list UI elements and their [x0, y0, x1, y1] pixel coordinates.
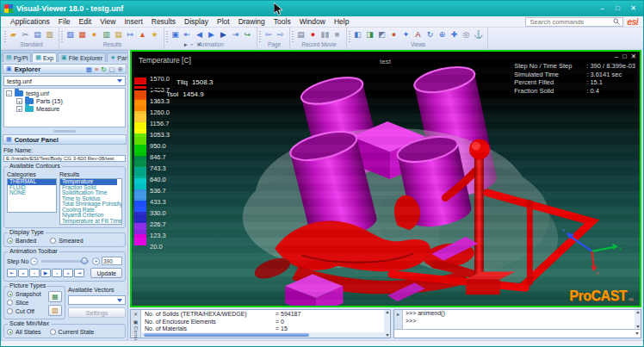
pin-panel-icon[interactable]: ▸: [184, 41, 188, 48]
slider-handle[interactable]: [81, 257, 88, 264]
stop-icon[interactable]: ■: [331, 29, 343, 40]
update-button[interactable]: Update: [90, 268, 122, 278]
category-item[interactable]: NONE: [8, 190, 56, 196]
step-back-button[interactable]: ‹: [29, 269, 40, 277]
menu-item[interactable]: Plot: [213, 17, 234, 26]
tab-part[interactable]: ★Part: [107, 53, 128, 62]
run-icon[interactable]: ▸: [397, 312, 399, 317]
prev-frame-icon[interactable]: ◀: [194, 29, 205, 40]
sort-icon[interactable]: ≡: [95, 65, 98, 73]
scroll-up-icon[interactable]: [636, 311, 640, 313]
globe-icon[interactable]: ●: [89, 29, 100, 40]
wizard-icon[interactable]: ★: [149, 29, 160, 40]
tab-file-explorer[interactable]: ▣File Explorer: [58, 53, 106, 62]
first-frame-icon[interactable]: ⇤: [182, 29, 193, 40]
step-slider[interactable]: [41, 260, 89, 263]
slice-tool-icon[interactable]: ▦: [48, 291, 62, 302]
viewport-close-icon[interactable]: ✕: [631, 53, 636, 60]
pause-icon[interactable]: ▮▮: [319, 29, 331, 40]
fast-rewind-button[interactable]: «: [18, 269, 28, 277]
cutoff-tool-icon[interactable]: ▧: [48, 305, 62, 316]
view-mode-icon[interactable]: ▦: [86, 65, 92, 73]
history-dropdown-icon[interactable]: [635, 332, 639, 335]
expander-icon[interactable]: +: [16, 98, 22, 104]
center-view-icon[interactable]: ⊕: [437, 29, 448, 40]
close-panel-icon[interactable]: ✕: [196, 41, 201, 48]
search-input[interactable]: [529, 17, 613, 27]
search-commands-box[interactable]: [525, 17, 623, 27]
python-console-scrollbar[interactable]: [635, 310, 641, 329]
maximize-button[interactable]: □: [611, 3, 624, 14]
layers-icon[interactable]: ▥: [101, 29, 112, 40]
zoom-area-icon[interactable]: ◎: [461, 29, 472, 40]
anchor-icon[interactable]: ⚓: [473, 29, 484, 40]
step-number-field[interactable]: [102, 257, 122, 265]
tab-exp[interactable]: ▦Exp: [32, 53, 57, 62]
step-forward-button[interactable]: ›: [52, 269, 62, 277]
axis-icon[interactable]: ✦: [400, 29, 412, 40]
scroll-down-icon[interactable]: [386, 334, 389, 337]
menu-item[interactable]: Help: [330, 17, 353, 26]
contour-plot-icon[interactable]: ▧: [65, 29, 76, 40]
console-hscrollbar[interactable]: [141, 332, 384, 338]
new-window-icon[interactable]: ▢: [109, 65, 115, 73]
step-minus-button[interactable]: −: [30, 257, 38, 265]
menu-item[interactable]: Results: [147, 17, 180, 26]
file-name-field[interactable]: [3, 155, 126, 162]
next-frame-icon[interactable]: ▶: [218, 29, 229, 40]
menu-item[interactable]: Window: [295, 17, 330, 26]
viewport-restore-icon[interactable]: □: [622, 53, 627, 60]
menu-item[interactable]: File: [54, 17, 75, 26]
model-view-icon[interactable]: ◩: [376, 29, 387, 40]
pan-icon[interactable]: ✚: [449, 29, 460, 40]
menu-item[interactable]: Drawing: [234, 17, 269, 26]
result-item[interactable]: Temperature at Fill Time: [60, 219, 117, 225]
menu-item[interactable]: Edit: [75, 17, 96, 26]
restore-panel-icon[interactable]: ▫: [191, 41, 193, 48]
page-export-icon[interactable]: ↦: [125, 29, 136, 40]
legend-icon[interactable]: ▤: [113, 29, 124, 40]
scroll-down-icon[interactable]: [636, 325, 640, 328]
cut-icon[interactable]: ✂: [20, 29, 31, 40]
viewport-minimize-icon[interactable]: –: [615, 53, 618, 60]
previous-page-icon[interactable]: ⇦: [263, 29, 274, 40]
refresh-icon[interactable]: ↻: [101, 65, 106, 73]
radio-cutoff[interactable]: Cut Off: [7, 308, 41, 314]
animate-setup-icon[interactable]: ▣: [170, 29, 181, 40]
radio-slice[interactable]: Slice: [7, 300, 41, 306]
film-icon[interactable]: ▤: [295, 29, 307, 40]
panel-splitter[interactable]: [2, 129, 127, 133]
menu-item[interactable]: Insert: [120, 17, 146, 26]
play-button[interactable]: ▶: [40, 269, 51, 277]
menu-item[interactable]: Tools: [269, 17, 295, 26]
menu-item[interactable]: Display: [180, 17, 213, 26]
pin-console-icon[interactable]: ▣: [133, 319, 139, 325]
tree-item-parts[interactable]: + Parts (15): [6, 98, 123, 104]
scrollbar-thumb[interactable]: [144, 333, 309, 337]
vectors-combo[interactable]: [68, 295, 126, 305]
annotation-icon[interactable]: A: [412, 29, 424, 40]
close-console-icon[interactable]: ✕: [133, 311, 138, 317]
play-icon[interactable]: ▶: [206, 29, 217, 40]
copy-icon[interactable]: ▤: [32, 29, 43, 40]
open-file-icon[interactable]: ▰: [8, 29, 19, 40]
radio-banded[interactable]: Banded: [7, 238, 36, 244]
tree-item-measure[interactable]: + Measure: [6, 106, 123, 112]
radio-all-states[interactable]: All States: [7, 329, 41, 335]
expander-icon[interactable]: −: [6, 90, 12, 96]
menu-item[interactable]: View: [96, 17, 120, 26]
console-vscrollbar[interactable]: [384, 310, 390, 338]
last-frame-icon[interactable]: ⇥: [230, 29, 241, 40]
rotate-view-icon[interactable]: ↻: [424, 29, 436, 40]
fast-forward-button[interactable]: »: [63, 269, 73, 277]
python-command-input[interactable]: [396, 330, 635, 338]
scroll-up-icon[interactable]: [386, 311, 389, 313]
step-plus-button[interactable]: +: [92, 257, 100, 265]
go-first-button[interactable]: ⇤: [7, 269, 17, 277]
export-animation-icon[interactable]: ↪: [242, 29, 253, 40]
model-file-combo[interactable]: testg.unf: [3, 76, 126, 86]
render-mode-icon[interactable]: ◨: [364, 29, 375, 40]
radio-current-state[interactable]: Current State: [50, 329, 95, 335]
next-page-icon[interactable]: ⇨: [275, 29, 286, 40]
settings-button[interactable]: Settings: [68, 307, 126, 318]
